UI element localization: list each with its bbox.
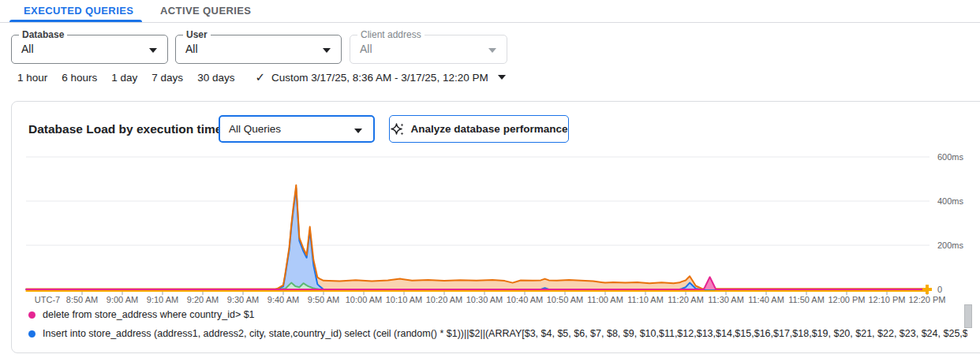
- client-address-filter-value: All: [360, 43, 372, 55]
- x-axis-label: 10:40 AM: [507, 295, 543, 304]
- database-load-chart[interactable]: 600ms400ms200ms08:50 AM9:00 AM9:10 AM9:2…: [0, 150, 980, 311]
- time-preset-1-hour[interactable]: 1 hour: [17, 72, 47, 84]
- timezone-label: UTC-7: [35, 295, 60, 304]
- x-axis-label: 9:00 AM: [107, 295, 138, 304]
- time-preset-7-days[interactable]: 7 days: [151, 72, 183, 84]
- x-axis-label: 12:00 PM: [828, 295, 865, 304]
- series-area: [26, 188, 927, 289]
- analyze-button-label: Analyze database performance: [411, 123, 568, 135]
- x-axis-label: 10:10 AM: [386, 295, 422, 304]
- y-axis-label: 0: [937, 285, 942, 294]
- x-axis-label: 11:00 AM: [587, 295, 623, 304]
- x-axis-label: 8:50 AM: [66, 295, 98, 304]
- client-address-filter-label: Client address: [357, 29, 425, 40]
- chevron-down-icon: [488, 48, 496, 53]
- x-axis-label: 10:50 AM: [547, 295, 583, 304]
- y-axis-label: 400ms: [937, 196, 964, 206]
- x-axis-label: 9:40 AM: [267, 295, 299, 304]
- y-axis-label: 600ms: [937, 152, 964, 162]
- x-axis-label: 12:20 PM: [908, 295, 945, 304]
- x-axis-label: 9:30 AM: [227, 295, 259, 304]
- query-insights-page: EXECUTED QUERIES ACTIVE QUERIES Database…: [0, 0, 980, 358]
- tab-active-queries[interactable]: ACTIVE QUERIES: [160, 5, 251, 17]
- user-filter-label: User: [183, 29, 211, 40]
- chart-legend: delete from store_address where country_…: [28, 309, 967, 347]
- legend-label: Insert into store_address (address1, add…: [43, 328, 967, 339]
- spark-icon: [391, 122, 405, 136]
- legend-scrollbar-thumb[interactable]: [964, 304, 972, 328]
- x-axis-label: 10:00 AM: [346, 295, 382, 304]
- x-axis-label: 9:50 AM: [308, 295, 339, 304]
- tab-executed-queries[interactable]: EXECUTED QUERIES: [24, 5, 133, 17]
- x-axis-label: 11:40 AM: [748, 295, 784, 304]
- time-preset-30-days[interactable]: 30 days: [197, 72, 234, 84]
- x-axis-label: 10:20 AM: [426, 295, 462, 304]
- x-axis-label: 9:20 AM: [187, 295, 219, 304]
- x-axis-label: 11:20 AM: [668, 295, 704, 304]
- custom-range-label: Custom 3/17/25, 8:36 AM - 3/17/25, 12:20…: [271, 72, 488, 84]
- chevron-down-icon: [354, 129, 362, 133]
- tab-divider: [0, 22, 980, 23]
- database-filter-value: All: [21, 43, 34, 55]
- x-axis-label: 11:10 AM: [627, 295, 664, 304]
- series-line: [26, 188, 927, 289]
- check-icon: ✓: [255, 70, 265, 84]
- chevron-down-icon: [149, 48, 157, 53]
- database-filter-dropdown[interactable]: Database All: [11, 35, 168, 64]
- user-filter-dropdown[interactable]: User All: [175, 35, 342, 64]
- x-axis-label: 12:10 PM: [868, 295, 905, 304]
- chevron-down-icon: [498, 75, 506, 80]
- chart-title: Database Load by execution time: [28, 122, 223, 136]
- x-axis-label: 9:10 AM: [147, 295, 178, 304]
- legend-item[interactable]: delete from store_address where country_…: [28, 309, 967, 320]
- analyze-database-performance-button[interactable]: Analyze database performance: [389, 115, 569, 143]
- legend-color-dot: [28, 330, 36, 337]
- x-axis-label: 11:50 AM: [788, 295, 825, 304]
- custom-time-range[interactable]: ✓ Custom 3/17/25, 8:36 AM - 3/17/25, 12:…: [255, 70, 505, 84]
- legend-label: delete from store_address where country_…: [43, 309, 255, 320]
- legend-color-dot: [28, 311, 36, 319]
- chevron-down-icon: [323, 48, 331, 53]
- database-filter-label: Database: [19, 29, 67, 40]
- time-presets: 1 hour6 hours1 day7 days30 days: [17, 72, 234, 84]
- time-preset-1-day[interactable]: 1 day: [111, 72, 137, 84]
- y-axis-label: 200ms: [937, 241, 964, 250]
- legend-item[interactable]: Insert into store_address (address1, add…: [28, 328, 967, 339]
- x-axis-label: 10:30 AM: [466, 295, 503, 304]
- time-preset-6-hours[interactable]: 6 hours: [62, 72, 97, 84]
- client-address-filter-dropdown: Client address All: [350, 35, 507, 64]
- query-filter-value: All Queries: [229, 123, 281, 135]
- x-axis-label: 11:30 AM: [708, 295, 744, 304]
- query-filter-select[interactable]: All Queries: [219, 115, 375, 143]
- end-marker-icon: [922, 285, 932, 294]
- user-filter-value: All: [185, 43, 198, 55]
- time-range-row: 1 hour6 hours1 day7 days30 days ✓ Custom…: [17, 70, 506, 84]
